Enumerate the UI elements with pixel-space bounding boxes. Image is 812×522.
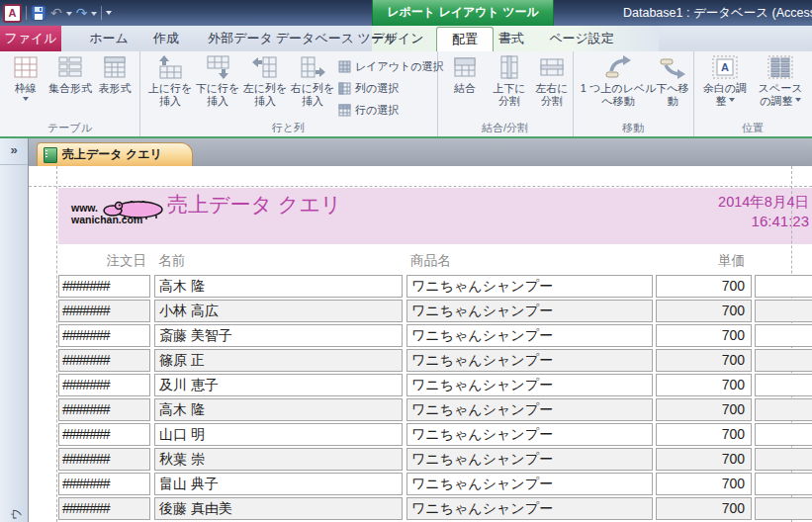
- cell-extra[interactable]: [755, 275, 812, 298]
- cell-order-date[interactable]: #######: [58, 448, 150, 471]
- tab-home[interactable]: ホーム: [89, 26, 129, 51]
- insert-column-right-button[interactable]: 右に列を挿入: [290, 54, 335, 107]
- redo-caret-icon[interactable]: [91, 12, 97, 19]
- cell-product[interactable]: ワニちゃんシャンプー: [406, 473, 653, 495]
- cell-name[interactable]: 山口 明: [154, 423, 403, 446]
- cell-order-date[interactable]: #######: [58, 423, 150, 446]
- report-time[interactable]: 16:41:23: [752, 213, 809, 229]
- move-down-button[interactable]: 下へ移動: [654, 54, 691, 107]
- insert-column-left-button[interactable]: 左に列を挿入: [242, 54, 288, 107]
- cell-name[interactable]: 後藤 真由美: [154, 497, 403, 520]
- column-header-price[interactable]: 単価: [622, 252, 745, 270]
- cell-order-date[interactable]: #######: [58, 473, 150, 495]
- merge-button[interactable]: 結合: [445, 54, 485, 95]
- cell-order-date[interactable]: #######: [58, 349, 150, 372]
- nav-pane-vertical-label[interactable]: ナビゲーション ウィンドウ: [8, 508, 25, 522]
- cell-order-date[interactable]: #######: [58, 300, 150, 322]
- button-label: 上下に分割: [489, 82, 530, 107]
- select-row-button[interactable]: 行の選択: [338, 101, 447, 120]
- redo-icon[interactable]: ↷: [76, 5, 88, 21]
- button-label: 枠線: [15, 82, 37, 95]
- cell-order-date[interactable]: #######: [58, 374, 150, 396]
- gridlines-button[interactable]: 枠線: [4, 54, 47, 104]
- document-tab-sales-query[interactable]: 売上データ クエリ: [37, 142, 193, 166]
- cell-extra[interactable]: [755, 374, 812, 396]
- cell-extra[interactable]: [755, 324, 812, 347]
- cell-price[interactable]: 700: [656, 275, 752, 298]
- cell-name[interactable]: 秋葉 崇: [154, 448, 403, 471]
- customize-qat-icon[interactable]: [106, 11, 112, 18]
- cell-extra[interactable]: [755, 497, 812, 520]
- cell-order-date[interactable]: #######: [58, 324, 150, 347]
- svg-text:A: A: [721, 61, 729, 73]
- cell-product[interactable]: ワニちゃんシャンプー: [406, 423, 653, 446]
- cell-name[interactable]: 高木 隆: [154, 275, 403, 298]
- expand-nav-pane-button[interactable]: »: [0, 142, 28, 165]
- cell-product[interactable]: ワニちゃんシャンプー: [406, 349, 653, 372]
- undo-icon[interactable]: ↶: [50, 5, 62, 21]
- cell-price[interactable]: 700: [656, 473, 752, 495]
- report-date[interactable]: 2014年8月4日: [718, 193, 809, 212]
- space-adjust-button[interactable]: スペースの調整: [753, 54, 808, 107]
- move-up-level-button[interactable]: 1 つ上のレベルへ移動: [579, 54, 658, 107]
- select-column-button[interactable]: 列の選択: [338, 79, 447, 98]
- cell-price[interactable]: 700: [656, 324, 752, 347]
- cell-price[interactable]: 700: [656, 497, 752, 520]
- cell-product[interactable]: ワニちゃんシャンプー: [406, 324, 653, 347]
- insert-row-above-button[interactable]: 上に行を挿入: [147, 54, 193, 107]
- column-header-order-date[interactable]: 注文日: [58, 252, 146, 270]
- cell-price[interactable]: 700: [656, 300, 752, 322]
- cell-order-date[interactable]: #######: [58, 275, 150, 298]
- cell-product[interactable]: ワニちゃんシャンプー: [406, 300, 653, 322]
- cell-name[interactable]: 小林 高広: [154, 300, 403, 322]
- cell-order-date[interactable]: #######: [58, 497, 150, 520]
- insert-row-below-button[interactable]: 下に行を挿入: [195, 54, 240, 107]
- tab-create[interactable]: 作成: [153, 26, 179, 51]
- split-vertical-button[interactable]: 上下に分割: [489, 54, 530, 107]
- tab-format[interactable]: 書式: [498, 26, 524, 51]
- cell-extra[interactable]: [755, 300, 812, 322]
- tab-page-setup[interactable]: ページ設定: [549, 26, 614, 51]
- cell-name[interactable]: 及川 恵子: [154, 374, 403, 396]
- cell-extra[interactable]: [755, 349, 812, 372]
- cell-extra[interactable]: [755, 423, 812, 446]
- stacked-layout-button[interactable]: 集合形式: [47, 54, 93, 95]
- tab-external-data[interactable]: 外部データ: [208, 26, 273, 51]
- split-horizontal-button[interactable]: 左右に分割: [531, 54, 573, 107]
- tab-design[interactable]: デザイン: [371, 26, 423, 51]
- ribbon: 枠線 集合形式 表形式: [0, 51, 812, 138]
- tabular-layout-button[interactable]: 表形式: [94, 54, 135, 95]
- cell-name[interactable]: 高木 隆: [154, 398, 403, 421]
- column-header-product[interactable]: 商品名: [410, 252, 451, 270]
- tab-arrange-active[interactable]: 配置: [436, 27, 494, 52]
- tab-file[interactable]: ファイル: [0, 26, 61, 51]
- cell-extra[interactable]: [755, 398, 812, 421]
- cell-price[interactable]: 700: [656, 349, 752, 372]
- report-title[interactable]: 売上データ クエリ: [167, 191, 341, 218]
- cell-extra[interactable]: [755, 473, 812, 495]
- logo[interactable]: www. wanichan.com: [71, 202, 142, 225]
- cell-name[interactable]: 斎藤 美智子: [154, 324, 403, 347]
- cell-product[interactable]: ワニちゃんシャンプー: [406, 497, 653, 520]
- cell-price[interactable]: 700: [656, 398, 752, 421]
- navigation-pane-collapsed[interactable]: » ナビゲーション ウィンドウ: [0, 138, 29, 522]
- cell-name[interactable]: 篠原 正: [154, 349, 403, 372]
- cell-extra[interactable]: [755, 448, 812, 471]
- cell-product[interactable]: ワニちゃんシャンプー: [406, 398, 653, 421]
- cell-name[interactable]: 畠山 典子: [154, 473, 403, 495]
- margin-adjust-button[interactable]: A 余白の調整: [699, 54, 751, 107]
- cell-order-date[interactable]: #######: [58, 398, 150, 421]
- save-icon[interactable]: [31, 5, 46, 21]
- merge-icon: [452, 54, 478, 80]
- undo-caret-icon[interactable]: [66, 12, 72, 19]
- cell-price[interactable]: 700: [656, 448, 752, 471]
- column-header-name[interactable]: 名前: [158, 252, 185, 270]
- cell-product[interactable]: ワニちゃんシャンプー: [406, 448, 653, 471]
- access-app-icon[interactable]: A: [3, 4, 22, 23]
- cell-price[interactable]: 700: [656, 374, 752, 396]
- cell-product[interactable]: ワニちゃんシャンプー: [406, 374, 653, 396]
- select-layout-button[interactable]: レイアウトの選択: [338, 57, 447, 76]
- cell-price[interactable]: 700: [656, 423, 752, 446]
- cell-product[interactable]: ワニちゃんシャンプー: [406, 275, 653, 298]
- document-tab-bar: 売上データ クエリ: [28, 138, 812, 166]
